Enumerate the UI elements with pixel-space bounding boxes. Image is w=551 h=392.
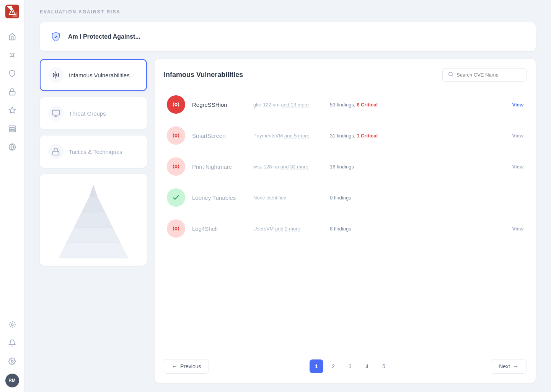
vuln-targets-more-smartscreen[interactable]: and 5 more (284, 133, 310, 139)
vuln-targets-log4shell: UsersVM and 2 more (253, 226, 330, 232)
sidebar-bell-icon[interactable] (5, 335, 20, 351)
svg-point-26 (175, 165, 177, 168)
tactics-techniques-label: Tactics & Techniques (69, 149, 122, 155)
svg-point-24 (175, 103, 177, 106)
sidebar-server-icon[interactable] (5, 121, 20, 136)
table-row: Looney Tunables None identified 0 findin… (164, 182, 527, 213)
left-panel: Infamous Vulnerabilities Threat Groups T… (40, 59, 147, 383)
page-number-5[interactable]: 5 (377, 359, 391, 373)
svg-marker-17 (59, 243, 128, 258)
vuln-targets-regresshion: gke-122-vm and 13 more (253, 102, 330, 108)
vuln-targets-more-printnightmare[interactable]: and 32 more (280, 164, 308, 170)
page-number-4[interactable]: 4 (360, 359, 374, 373)
svg-rect-5 (9, 126, 15, 127)
vuln-targets-more-regresshion[interactable]: and 13 more (281, 102, 309, 108)
vuln-icon-printnightmare (167, 157, 185, 176)
svg-rect-7 (9, 130, 15, 132)
view-link-smartscreen[interactable]: View (504, 133, 523, 139)
svg-rect-3 (9, 91, 15, 95)
page-number-3[interactable]: 3 (343, 359, 357, 373)
vuln-critical-smartscreen: 1 Critical (357, 133, 378, 139)
vuln-findings-printnightmare: 16 findings (330, 164, 504, 170)
arrow-right-icon: → (513, 363, 518, 369)
sidebar-home-icon[interactable] (5, 29, 20, 44)
sidebar-lock-icon[interactable] (5, 84, 20, 100)
pyramid-visual-card (40, 174, 147, 266)
table-row: Log4Shell UsersVM and 2 more 8 findings … (164, 213, 527, 244)
vuln-icon-smartscreen (167, 126, 185, 145)
app-logo[interactable] (5, 5, 19, 18)
pagination: ← Previous 1 2 3 4 5 Next → (164, 353, 527, 374)
view-link-printnightmare[interactable]: View (504, 164, 523, 170)
vuln-name-printnightmare: Print Nightmare (192, 163, 253, 170)
page-numbers: 1 2 3 4 5 (310, 359, 391, 373)
vuln-name-smartscreen: SmartScreen (192, 132, 253, 139)
svg-marker-4 (9, 107, 15, 113)
next-button[interactable]: Next → (491, 359, 527, 374)
right-panel: Infamous Vulnerabilities RegreSSHion (155, 59, 536, 383)
svg-line-23 (452, 75, 453, 77)
svg-rect-13 (52, 110, 59, 115)
pyramid-chart (40, 174, 147, 266)
vuln-name-log4shell: Log4Shell (192, 225, 253, 232)
tactics-techniques-icon (48, 144, 64, 159)
view-link-regresshion[interactable]: View (504, 102, 523, 108)
svg-point-25 (175, 134, 177, 137)
vuln-icon-log4shell (167, 219, 185, 238)
search-input[interactable] (456, 72, 521, 78)
svg-marker-20 (82, 197, 105, 212)
right-header: Infamous Vulnerabilities (164, 68, 527, 82)
tactics-techniques-card[interactable]: Tactics & Techniques (40, 136, 147, 168)
sidebar: RM (0, 0, 24, 392)
top-card: Am I Protected Against... (40, 22, 536, 51)
vuln-name-regresshion: RegreSSHion (192, 101, 253, 108)
vuln-targets-printnightmare: wsz-128-na and 32 more (253, 164, 330, 170)
svg-rect-16 (53, 151, 59, 155)
vuln-critical-regresshion: 8 Critical (357, 102, 378, 108)
content-row: Infamous Vulnerabilities Threat Groups T… (40, 59, 536, 383)
table-row: SmartScreen PaymentsVM and 5 more 31 fin… (164, 120, 527, 151)
infamous-vulnerabilities-label: Infamous Vulnerabilities (69, 72, 130, 78)
infamous-vulnerabilities-icon (48, 67, 64, 83)
table-row: Print Nightmare wsz-128-na and 32 more 1… (164, 151, 527, 182)
page-number-1[interactable]: 1 (310, 359, 323, 373)
search-box[interactable] (442, 68, 527, 82)
svg-rect-6 (9, 128, 15, 129)
svg-point-12 (55, 74, 57, 76)
threat-groups-card[interactable]: Threat Groups (40, 97, 147, 129)
vuln-icon-regresshion (167, 95, 185, 114)
search-icon (448, 72, 453, 78)
svg-marker-21 (90, 185, 97, 197)
svg-point-10 (11, 324, 13, 326)
infamous-vulnerabilities-card[interactable]: Infamous Vulnerabilities (40, 59, 147, 91)
vulnerability-list: RegreSSHion gke-122-vm and 13 more 53 fi… (164, 89, 527, 353)
sidebar-star-icon[interactable] (5, 103, 20, 118)
sidebar-profile-icon[interactable] (5, 317, 20, 332)
sidebar-globe-icon[interactable] (5, 139, 20, 155)
vuln-targets-smartscreen: PaymentsVM and 5 more (253, 133, 330, 139)
vuln-icon-looneytunables (167, 188, 185, 207)
arrow-left-icon: ← (172, 363, 177, 369)
view-link-log4shell[interactable]: View (504, 226, 523, 232)
vuln-findings-smartscreen: 31 findings, 1 Critical (330, 133, 504, 139)
sidebar-settings-icon[interactable] (5, 354, 20, 369)
right-panel-title: Infamous Vulnerabilities (164, 71, 243, 79)
page-title: EVALUATION AGAINST RISK (40, 9, 536, 15)
shield-icon (49, 30, 63, 44)
user-avatar[interactable]: RM (5, 374, 19, 387)
previous-button[interactable]: ← Previous (164, 359, 209, 374)
sidebar-shield-icon[interactable] (5, 66, 20, 81)
svg-point-11 (11, 361, 13, 363)
vuln-findings-looneytunables: 0 findings (330, 195, 504, 201)
svg-point-22 (449, 72, 452, 76)
vuln-findings-regresshion: 53 findings, 8 Critical (330, 102, 504, 108)
sidebar-bug-icon[interactable] (5, 47, 20, 63)
vuln-targets-more-log4shell[interactable]: and 2 more (275, 226, 300, 232)
vuln-name-looneytunables: Looney Tunables (192, 194, 253, 201)
table-row: RegreSSHion gke-122-vm and 13 more 53 fi… (164, 89, 527, 120)
svg-marker-19 (74, 212, 112, 227)
vuln-findings-log4shell: 8 findings (330, 226, 504, 232)
vuln-targets-looneytunables: None identified (253, 195, 330, 201)
threat-groups-icon (48, 106, 64, 121)
page-number-2[interactable]: 2 (326, 359, 340, 373)
